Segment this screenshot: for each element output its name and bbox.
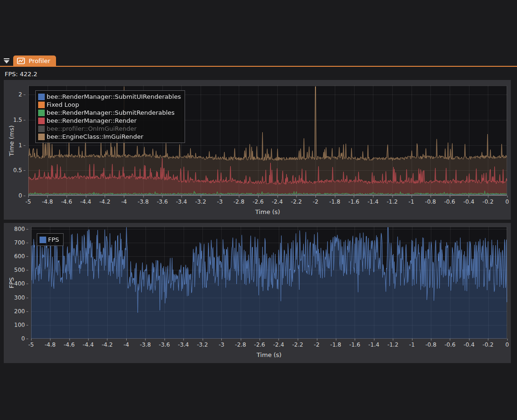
x-tick-label: -5: [28, 341, 34, 348]
y-tick-label: 1: [18, 142, 22, 149]
y-tick-label: 700: [14, 239, 25, 246]
timing-y-ticks: 00.511.52: [4, 86, 25, 196]
x-tick-label: -3.6: [157, 198, 168, 205]
x-tick-label: -1.4: [368, 198, 379, 205]
line-chart-icon: [17, 57, 25, 64]
legend-swatch: [38, 118, 45, 124]
tab-bar-underline: [0, 66, 517, 67]
x-tick-label: -3.8: [137, 198, 148, 205]
tab-list-dropdown-icon: [3, 57, 10, 64]
y-tick-label: 300: [14, 294, 25, 301]
fps-plot-area: FPS: [31, 227, 507, 339]
timing-chart-panel: Time (ms) 00.511.52 bee::RenderManager::…: [4, 80, 511, 220]
tab-list-button[interactable]: [1, 56, 11, 65]
legend-label: bee::RenderManager::SubmitUIRenderables: [47, 93, 181, 101]
x-tick-label: 0: [505, 198, 509, 205]
legend-entry[interactable]: bee::profiler::OnImGuiRender: [38, 125, 181, 133]
legend-entry[interactable]: bee::EngineClass::ImGuiRender: [38, 133, 181, 141]
x-tick-label: -4: [123, 341, 129, 348]
x-tick-label: -0.8: [426, 341, 436, 348]
x-tick-label: -2.4: [272, 198, 283, 205]
x-tick-label: -1.6: [348, 198, 359, 205]
legend-entry[interactable]: bee::RenderManager::Render: [38, 117, 181, 125]
x-tick-label: -0.4: [463, 341, 474, 348]
x-tick-label: -4.6: [64, 341, 74, 348]
y-tick-label: 0.5: [13, 167, 22, 174]
fps-x-axis-label: Time (s): [31, 351, 507, 358]
x-tick-label: -0.2: [483, 198, 493, 205]
fps-y-ticks: 0100200300400500600700800: [4, 227, 28, 339]
x-tick-label: -1: [409, 341, 415, 348]
fps-legend: FPS: [37, 233, 64, 246]
x-tick-label: -1: [409, 198, 414, 205]
tab-bar: Profiler: [0, 55, 517, 66]
x-tick-label: -4.2: [99, 198, 110, 205]
x-tick-label: -3.8: [140, 341, 151, 348]
y-tick-label: 100: [14, 322, 25, 328]
y-tick-label: 800: [14, 226, 25, 232]
legend-label: bee::EngineClass::ImGuiRender: [47, 133, 143, 141]
legend-label: bee::RenderManager::Render: [47, 117, 137, 125]
x-tick-label: -0.4: [463, 198, 474, 205]
y-tick-label: 600: [14, 253, 25, 260]
legend-label: bee::profiler::OnImGuiRender: [47, 125, 137, 133]
y-tick-label: 2: [18, 91, 22, 98]
legend-label: FPS: [48, 236, 59, 244]
x-tick-label: -5: [25, 198, 31, 205]
legend-entry[interactable]: FPS: [40, 236, 59, 244]
x-tick-label: -3: [218, 341, 224, 348]
x-tick-label: -4.4: [80, 198, 91, 205]
x-tick-label: -1.6: [349, 341, 360, 348]
x-tick-label: -1.2: [387, 198, 397, 205]
x-tick-label: -1.8: [330, 341, 341, 348]
profiler-window: Profiler FPS: 422.2 Time (ms) 00.511.52 …: [0, 0, 517, 420]
y-tick-label: 200: [14, 308, 25, 315]
timing-legend: bee::RenderManager::SubmitUIRenderablesF…: [35, 90, 185, 143]
x-tick-label: -2.4: [273, 341, 284, 348]
x-tick-label: -2: [313, 198, 318, 205]
x-tick-label: -2: [314, 341, 320, 348]
x-tick-label: -0.8: [425, 198, 436, 205]
fps-x-ticks: -5-4.8-4.6-4.4-4.2-4-3.8-3.6-3.4-3.2-3-2…: [31, 341, 507, 349]
x-tick-label: -2.8: [234, 198, 244, 205]
legend-swatch: [38, 102, 45, 108]
x-tick-label: -1.8: [329, 198, 340, 205]
x-tick-label: 0: [505, 341, 509, 348]
legend-swatch: [38, 110, 45, 116]
legend-label: bee::RenderManager::SubmitRenderables: [47, 109, 175, 117]
x-tick-label: -4.8: [45, 341, 56, 348]
y-tick-label: 0: [18, 192, 22, 199]
tab-profiler[interactable]: Profiler: [13, 55, 56, 66]
x-tick-label: -3: [217, 198, 223, 205]
x-tick-label: -3.4: [176, 198, 187, 205]
x-tick-label: -2.2: [292, 341, 303, 348]
y-tick-label: 500: [14, 267, 25, 273]
legend-swatch: [38, 134, 45, 140]
timing-x-ticks: -5-4.8-4.6-4.4-4.2-4-3.8-3.6-3.4-3.2-3-2…: [28, 198, 507, 206]
x-tick-label: -3.6: [159, 341, 170, 348]
fps-chart-canvas[interactable]: [31, 227, 507, 339]
x-tick-label: -3.2: [197, 341, 208, 348]
x-tick-label: -2.8: [235, 341, 246, 348]
fps-chart-panel: FPS 0100200300400500600700800 FPS -5-4.8…: [4, 223, 511, 363]
x-tick-label: -2.2: [291, 198, 302, 205]
x-tick-label: -4: [121, 198, 127, 205]
x-tick-label: -4.8: [42, 198, 53, 205]
y-tick-label: 400: [14, 280, 25, 287]
x-tick-label: -4.6: [61, 198, 72, 205]
x-tick-label: -1.4: [368, 341, 379, 348]
x-tick-label: -0.6: [444, 341, 455, 348]
tab-profiler-label: Profiler: [29, 57, 50, 64]
legend-swatch: [38, 126, 45, 132]
fps-readout: FPS: 422.2: [5, 71, 37, 78]
legend-entry[interactable]: bee::RenderManager::SubmitUIRenderables: [38, 93, 181, 101]
x-tick-label: -0.6: [444, 198, 455, 205]
legend-swatch: [40, 237, 46, 243]
y-tick-label: 1.5: [13, 117, 22, 123]
x-tick-label: -2.6: [254, 341, 265, 348]
legend-swatch: [38, 94, 45, 100]
legend-entry[interactable]: Fixed Loop: [38, 101, 181, 109]
legend-entry[interactable]: bee::RenderManager::SubmitRenderables: [38, 109, 181, 117]
x-tick-label: -3.4: [178, 341, 189, 348]
y-tick-label: 0: [21, 335, 25, 342]
